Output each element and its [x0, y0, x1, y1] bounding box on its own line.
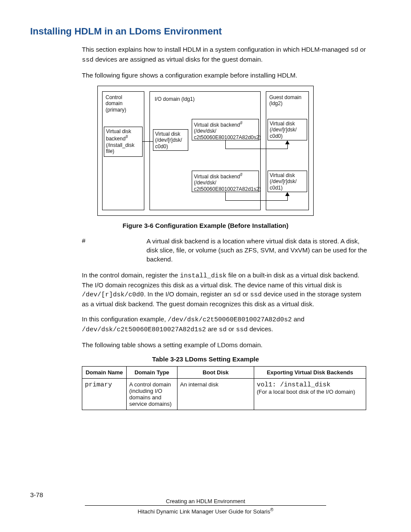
- td-domain-name-val: primary: [85, 381, 112, 389]
- p3a: In the control domain, register the: [82, 271, 180, 279]
- vdb2-l2: (/dev/dsk/: [194, 180, 216, 186]
- section-heading: Installing HDLM in an LDoms Environment: [30, 26, 381, 37]
- io-vd-l1: Virtual disk: [155, 131, 180, 137]
- paragraph-3: In the control domain, register the inst…: [82, 271, 368, 308]
- p4d: or: [227, 325, 236, 333]
- footer-line2-text: Hitachi Dynamic Link Manager User Guide …: [137, 508, 270, 515]
- diagram-io-label: I/O domain (ldg1): [155, 96, 195, 102]
- td-boot-disk: An internal disk: [177, 379, 254, 410]
- gvd1-l2: (/dev/[r]dsk/: [270, 127, 297, 133]
- ctrl-box-l1: Virtual disk: [106, 128, 131, 134]
- code-sd: sd: [351, 47, 358, 54]
- para1-text-b: or: [358, 46, 366, 53]
- vdb2-sup: #: [240, 172, 243, 177]
- figure-caption: Figure 3-6 Configuration Example (Before…: [30, 222, 381, 229]
- code-p4-1: /dev/dsk/c2t50060E8010027A82d0s2: [168, 316, 292, 324]
- td-domain-name: primary: [82, 379, 127, 410]
- io-vd-l2: (/dev/[r]dsk/: [155, 137, 182, 143]
- paragraph-5: The following table shows a setting exam…: [82, 340, 368, 349]
- gvd2-l3: c0d1): [270, 185, 283, 191]
- p3c: . In the I/O domain, register an: [144, 290, 233, 298]
- footer-line1: Creating an HDLM Environment: [85, 498, 326, 506]
- code-sd-2: sd: [233, 291, 241, 299]
- vdb1-l3: c2t50060E8010027A82d0s2): [194, 134, 261, 140]
- p4a: In this configuration example,: [82, 315, 168, 323]
- p4e: devices.: [248, 325, 273, 333]
- para1-text-a: This section explains how to install HDL…: [82, 46, 351, 53]
- code-p4-2: /dev/dsk/c2t50060E8010027A82d1s2: [82, 326, 206, 333]
- th-exporting: Exporting Virtual Disk Backends: [254, 367, 366, 379]
- table-row: primary A control domain (including I/O …: [82, 379, 366, 410]
- hash-note: A virtual disk backend is a location whe…: [146, 236, 368, 264]
- code-dev-c0d0: /dev/[r]dsk/c0d0: [82, 291, 144, 299]
- gvd2-l2: (/dev/[r]dsk/: [270, 178, 297, 184]
- code-ssd-3: ssd: [236, 326, 248, 333]
- diagram-guest-l2: (ldg2): [269, 100, 283, 106]
- paragraph-2: The following figure shows a configurati…: [82, 71, 368, 80]
- page-number: 3-78: [30, 491, 43, 498]
- p4b: and: [292, 315, 304, 323]
- td-exporting-text: (For a local boot disk of the I/O domain…: [257, 389, 355, 395]
- vdb1-l2: (/dev/dsk/: [194, 128, 216, 134]
- io-vd-l3: c0d0): [155, 143, 168, 149]
- page-footer: 3-78 Creating an HDLM Environment Hitach…: [30, 498, 381, 515]
- th-domain-name: Domain Name: [82, 367, 127, 379]
- vdb1-sup: #: [240, 121, 243, 125]
- configuration-diagram: Control domain (primary) I/O domain (ldg…: [97, 86, 314, 216]
- table-caption: Table 3-23 LDoms Setting Example: [30, 355, 381, 363]
- code-ssd-2: ssd: [250, 291, 262, 299]
- paragraph-1: This section explains how to install HDL…: [82, 45, 368, 65]
- diagram-control-l3: (primary): [106, 107, 126, 113]
- code-sd-3: sd: [219, 326, 227, 333]
- footer-line2: Hitachi Dynamic Link Manager User Guide …: [30, 507, 381, 515]
- vdb2-l3: c2t50060E8010027A82d1s2): [194, 186, 261, 192]
- vdb2-l1: Virtual disk backend: [194, 174, 240, 180]
- td-domain-type: A control domain (including I/O domains …: [127, 379, 177, 410]
- hash-symbol: #: [82, 237, 85, 244]
- paragraph-4: In this configuration example, /dev/dsk/…: [82, 314, 368, 334]
- ldoms-table: Domain Name Domain Type Boot Disk Export…: [82, 366, 366, 410]
- ctrl-box-l2: backend: [106, 136, 125, 142]
- diagram-control-l2: domain: [106, 100, 122, 106]
- ctrl-box-l3: (/install_disk: [106, 142, 134, 148]
- p3d: or: [241, 290, 250, 298]
- registered-mark: ®: [270, 507, 273, 512]
- th-domain-type: Domain Type: [127, 367, 177, 379]
- table-header-row: Domain Name Domain Type Boot Disk Export…: [82, 367, 366, 379]
- figure-container: Control domain (primary) I/O domain (ldg…: [30, 86, 381, 218]
- diagram-control-l1: Control: [106, 94, 122, 100]
- p4c: are: [206, 325, 219, 333]
- diagram-guest-l1: Guest domain: [269, 94, 302, 100]
- vdb1-l1: Virtual disk backend: [194, 122, 240, 128]
- ctrl-box-l4: file): [106, 148, 114, 154]
- para1-text-c: devices are assigned as virtual disks fo…: [93, 56, 263, 63]
- gvd2-l1: Virtual disk: [270, 172, 295, 178]
- code-install-disk: install_disk: [180, 272, 227, 280]
- ctrl-box-sup: #: [125, 134, 128, 139]
- gvd1-l1: Virtual disk: [270, 121, 295, 127]
- gvd1-l3: c0d0): [270, 133, 283, 139]
- th-boot-disk: Boot Disk: [177, 367, 254, 379]
- code-ssd: ssd: [82, 56, 93, 64]
- td-exporting-code: vol1: /install_disk: [257, 381, 330, 389]
- td-exporting: vol1: /install_disk (For a local boot di…: [254, 379, 366, 410]
